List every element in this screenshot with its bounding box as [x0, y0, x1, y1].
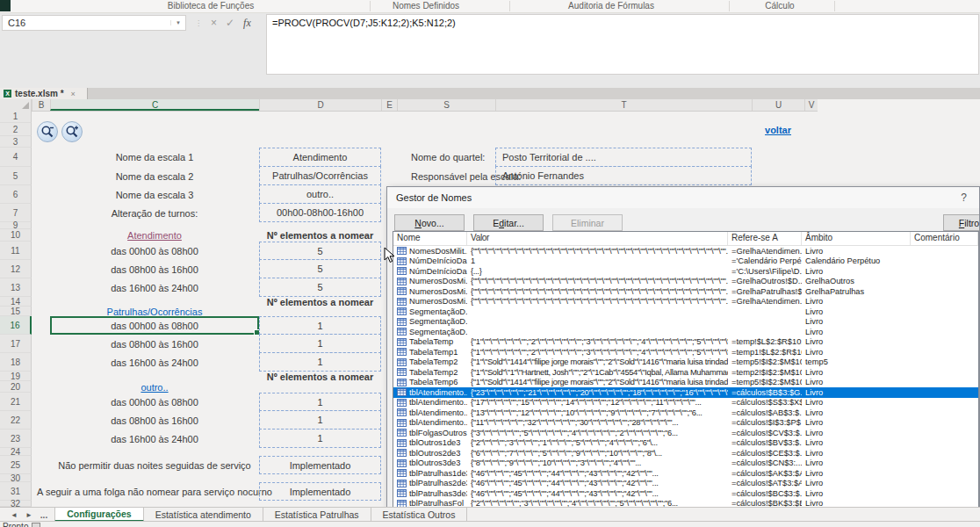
insert-function-icon[interactable]: fx — [243, 17, 251, 30]
cell-S4-label[interactable]: Nome do quartel: — [397, 148, 495, 167]
row-header-22[interactable]: 22 — [0, 411, 32, 430]
cell-D5-value[interactable]: Patrulhas/Ocorrências — [259, 166, 381, 185]
next-sheet-icon[interactable]: ► — [25, 511, 32, 519]
name-manager-row[interactable]: TabelaTemp1{"1"\""\""\""\""\""\"";"2"\""… — [393, 347, 978, 357]
cell-D13-value[interactable]: 5 — [259, 278, 381, 297]
cell-C25[interactable]: Não permitir duas noites seguidas de ser… — [50, 456, 259, 474]
cell-C21[interactable]: das 00h00 às 08h00 — [50, 393, 259, 411]
cell-C4[interactable]: Nome da escala 1 — [50, 148, 259, 167]
cell-C20[interactable]: outro.. — [50, 381, 259, 393]
row-header-25[interactable]: 25 — [0, 456, 32, 474]
col-header-U[interactable]: U — [752, 99, 804, 111]
cell-C22[interactable]: das 08h00 às 16h00 — [50, 411, 259, 430]
new-button[interactable]: Novo... — [394, 214, 465, 231]
row-header-10[interactable]: 10 — [0, 229, 32, 242]
name-manager-row[interactable]: SegmentaçãoD...Livro — [393, 317, 978, 328]
cell-D16-value[interactable]: 1 — [259, 316, 381, 335]
cell-D22-value[interactable]: 1 — [259, 410, 381, 430]
row-header-2[interactable]: 2 — [0, 123, 32, 136]
cell-C5[interactable]: Nome da escala 2 — [50, 167, 259, 185]
col-header-V[interactable]: V — [804, 99, 818, 111]
list-col-header-refere-se-a[interactable]: Refere-se A — [728, 232, 802, 245]
cell-D23-value[interactable]: 1 — [259, 429, 381, 448]
dialog-title-bar[interactable]: Gestor de Nomes — [387, 187, 979, 208]
list-col-header-nome[interactable]: Nome — [393, 232, 467, 245]
enter-icon[interactable]: ✓ — [226, 17, 234, 29]
sheet-tab-estatística-patrulhas[interactable]: Estatística Patrulhas — [263, 508, 371, 522]
col-header-B[interactable]: B — [32, 99, 50, 111]
cell-C7[interactable]: Alteração de turnos: — [50, 204, 259, 222]
name-manager-row[interactable]: TabelaTemp2{"1"\"Sold"\"1"\"Hartnett, Jo… — [393, 367, 978, 378]
name-manager-row[interactable]: tblAtendimento...{"13"\""\""\""\"";"12"\… — [393, 408, 978, 418]
name-manager-row[interactable]: tblAtendimento...{"17"\""\""\""\"";"15"\… — [393, 398, 978, 408]
close-icon[interactable]: × — [71, 90, 76, 98]
name-manager-row[interactable]: tblAtendimento...{"23"\""\""\""\""\"";"2… — [393, 387, 978, 398]
cell-D7-value[interactable]: 00h00-08h00-16h00 — [259, 203, 381, 222]
cell-D11-value[interactable]: 5 — [259, 242, 381, 260]
name-manager-row[interactable]: tblPatrulhas1de3{"46"\""\""\"";"45"\""\"… — [393, 468, 978, 479]
row-header-23[interactable]: 23 — [0, 430, 32, 448]
cell-T5-value[interactable]: António Fernandes — [495, 166, 752, 185]
row-header-12[interactable]: 12 — [0, 260, 32, 278]
name-manager-row[interactable]: tblOutros2de3{"6"\""\""\"";"7"\""\""\"";… — [393, 448, 978, 458]
row-header-9[interactable]: 9 — [0, 222, 32, 229]
select-all-corner[interactable] — [0, 99, 32, 111]
row-header-20[interactable]: 20 — [0, 381, 32, 393]
prev-sheet-icon[interactable]: ◄ — [11, 511, 18, 519]
voltar-link[interactable]: voltar — [752, 123, 804, 136]
name-manager-row[interactable]: NumerosDosMi...{""\""\""\""\""\""\""\""\… — [393, 286, 978, 297]
cell-D10[interactable]: Nº elementos a nomear — [259, 229, 381, 242]
name-manager-row[interactable]: NumerosDosMi...{""\""\""\""\""\""\""\""\… — [393, 297, 978, 307]
name-manager-row[interactable]: NumerosDosMi...{""\""\""\""\""\""\""\""\… — [393, 277, 978, 287]
col-header-E[interactable]: E — [381, 99, 397, 111]
cell-C13[interactable]: das 16h00 às 24h00 — [50, 278, 259, 297]
cell-D19[interactable]: Nº elementos a nomear — [259, 372, 381, 381]
row-header-32[interactable]: 32 — [0, 501, 32, 507]
name-manager-row[interactable]: tblOutros3de3{"8"\""\""\"";"9"\""\""\"";… — [393, 458, 978, 469]
row-header-7[interactable]: 7 — [0, 204, 32, 222]
filter-button[interactable]: Filtro ▼ — [943, 214, 980, 231]
cell-D31-value[interactable]: Implementado — [259, 482, 381, 501]
cancel-icon[interactable]: × — [211, 17, 217, 29]
row-header-1[interactable]: 1 — [0, 111, 32, 123]
more-sheets-icon[interactable]: ... — [40, 510, 47, 520]
name-manager-row[interactable]: tblPatrulhas3de3{"46"\""\""\"";"45"\""\"… — [393, 488, 978, 499]
row-header-24[interactable]: 24 — [0, 448, 32, 456]
cell-D25-value[interactable]: Implementado — [259, 456, 381, 474]
sheet-tab-configurações[interactable]: Configurações — [54, 508, 144, 522]
row-header-21[interactable]: 21 — [0, 393, 32, 411]
edit-button[interactable]: Editar... — [473, 214, 544, 231]
name-manager-row[interactable]: tblAtendimento...{"11"\""\""\""\""\"";"3… — [393, 418, 978, 429]
col-header-S[interactable]: S — [397, 99, 495, 111]
cell-C6[interactable]: Nome da escala 3 — [50, 185, 259, 204]
cell-D21-value[interactable]: 1 — [259, 393, 381, 411]
help-icon[interactable]: ? — [961, 191, 967, 204]
name-manager-row[interactable]: tblFolgasOutros{"3"\""\""\""\""\"";"5"\"… — [393, 428, 978, 438]
cell-C17[interactable]: das 08h00 às 16h00 — [50, 335, 259, 353]
cell-C11[interactable]: das 00h00 às 08h00 — [50, 242, 259, 260]
cell-C16[interactable]: das 00h00 às 08h00 — [50, 316, 259, 335]
row-header-13[interactable]: 13 — [0, 278, 32, 297]
cell-C10[interactable]: Atendimento — [50, 229, 259, 242]
cell-C15[interactable]: Patrulhas/Ocorrências — [50, 307, 259, 316]
cell-D4-value[interactable]: Atendimento — [259, 148, 381, 167]
name-manager-row[interactable]: TabelaTemp2{"1"\"Sold"\"1414"\"filipe jo… — [393, 357, 978, 368]
cell-S5-label[interactable]: Responsável pela escala: — [397, 167, 495, 185]
name-manager-row[interactable]: TabelaTemp6{"1"\"Sold"\"1414"\"filipe jo… — [393, 378, 978, 388]
macro-record-icon[interactable] — [32, 523, 40, 527]
name-manager-row[interactable]: SegmentaçãoD...Livro — [393, 307, 978, 317]
col-header-D[interactable]: D — [259, 99, 381, 111]
name-manager-row[interactable]: NúmDeInícioDa...1='Calendário Perpé...Ca… — [393, 256, 978, 267]
row-header-16[interactable]: 16 — [0, 316, 32, 335]
name-box-dropdown-icon[interactable]: ▼ — [170, 20, 185, 25]
name-manager-row[interactable]: NúmDeInícioDa...{...}='C:\Users\Filipe\D… — [393, 266, 978, 277]
cell-D12-value[interactable]: 5 — [259, 259, 381, 278]
list-col-header--mbito[interactable]: Âmbito — [802, 232, 911, 245]
cell-C31[interactable]: A seguir a uma folga não nomear para ser… — [50, 482, 259, 501]
sheet-tab-estatística-atendimento[interactable]: Estatística atendimento — [144, 508, 263, 522]
formula-input[interactable]: =PROCV(PROCV(D7;J5:K12;2);K5:N12;2) — [266, 14, 979, 75]
row-header-11[interactable]: 11 — [0, 242, 32, 260]
cell-D6-value[interactable]: outro.. — [259, 184, 381, 204]
row-header-30[interactable]: 30 — [0, 474, 32, 482]
name-manager-row[interactable]: TabelaTemp{"1"\""\""\""\""\""\"";"2"\""\… — [393, 337, 978, 348]
